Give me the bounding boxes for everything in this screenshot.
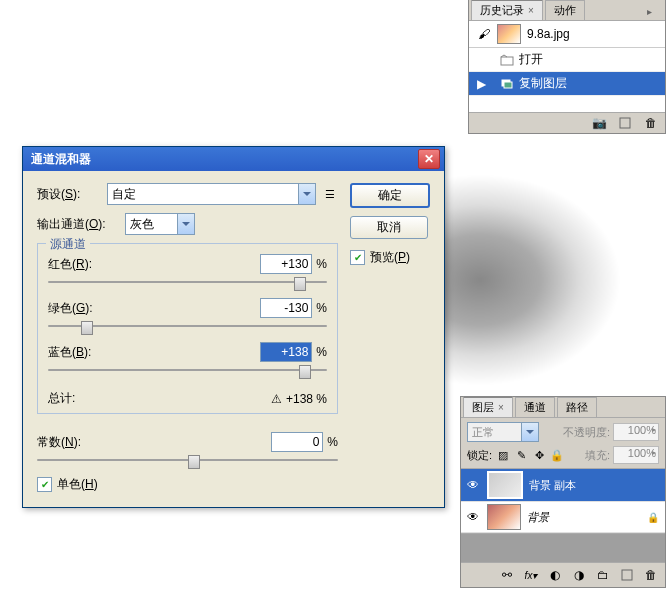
mono-checkbox[interactable]: ✔ xyxy=(37,477,52,492)
channel-mixer-dialog: 通道混和器 ✕ 预设(S): 自定 ☰ 输出通道(O): 灰色 源通道 xyxy=(22,146,445,508)
constant-slider[interactable] xyxy=(37,454,338,468)
history-document[interactable]: 🖌 9.8a.jpg xyxy=(469,21,665,48)
open-icon xyxy=(499,53,515,67)
opacity-input[interactable]: 100% xyxy=(613,423,659,441)
panel-menu-icon[interactable] xyxy=(647,4,661,14)
tab-channels[interactable]: 通道 xyxy=(515,397,555,417)
dialog-titlebar[interactable]: 通道混和器 ✕ xyxy=(23,147,444,171)
play-icon: ▶ xyxy=(477,77,487,91)
lock-label: 锁定: xyxy=(467,448,492,463)
tab-actions[interactable]: 动作 xyxy=(545,0,585,20)
output-combo[interactable]: 灰色 xyxy=(125,213,195,235)
history-panel: 历史记录× 动作 🖌 9.8a.jpg 打开 ▶ 复制图层 📷 🗑 xyxy=(468,0,666,134)
preview-checkbox-row[interactable]: ✔ 预览(P) xyxy=(350,249,430,266)
history-tabs: 历史记录× 动作 xyxy=(469,0,665,21)
constant-input[interactable] xyxy=(271,432,323,452)
opacity-label: 不透明度: xyxy=(563,425,610,440)
blue-slider[interactable] xyxy=(48,364,327,378)
trash-icon[interactable]: 🗑 xyxy=(643,568,659,582)
svg-rect-3 xyxy=(620,118,630,128)
tab-history[interactable]: 历史记录× xyxy=(471,0,543,20)
green-label: 绿色(G): xyxy=(48,300,93,317)
chevron-down-icon xyxy=(298,184,315,204)
lock-transparency-icon[interactable]: ▨ xyxy=(496,448,510,462)
green-slider[interactable] xyxy=(48,320,327,334)
dialog-title: 通道混和器 xyxy=(27,151,418,168)
document-thumb xyxy=(497,24,521,44)
slider-thumb[interactable] xyxy=(299,365,311,379)
lock-icon: 🔒 xyxy=(647,512,661,523)
link-icon[interactable]: ⚯ xyxy=(499,568,515,582)
fieldset-legend: 源通道 xyxy=(46,236,90,253)
close-button[interactable]: ✕ xyxy=(418,149,440,169)
layer-row[interactable]: 👁 背景 🔒 xyxy=(461,502,665,533)
layer-icon xyxy=(499,77,515,91)
layers-panel: 图层× 通道 路径 正常 不透明度: 100% 锁定: ▨ ✎ ✥ 🔒 填充: … xyxy=(460,396,666,588)
history-item-open[interactable]: 打开 xyxy=(469,48,665,72)
mono-label: 单色(H) xyxy=(57,476,98,493)
layer-list: 👁 背景 副本 👁 背景 🔒 xyxy=(461,468,665,533)
total-label: 总计: xyxy=(48,390,75,407)
total-value: ⚠+138 % xyxy=(271,392,327,406)
preset-label: 预设(S): xyxy=(37,186,107,203)
history-item-duplicate[interactable]: ▶ 复制图层 xyxy=(469,72,665,96)
svg-rect-2 xyxy=(504,82,512,88)
blue-label: 蓝色(B): xyxy=(48,344,91,361)
group-icon[interactable]: 🗀 xyxy=(595,568,611,582)
red-input[interactable] xyxy=(260,254,312,274)
svg-rect-4 xyxy=(622,570,632,580)
lock-paint-icon[interactable]: ✎ xyxy=(514,448,528,462)
slider-thumb[interactable] xyxy=(188,455,200,469)
trash-icon[interactable]: 🗑 xyxy=(643,116,659,130)
ok-button[interactable]: 确定 xyxy=(350,183,430,208)
layer-name: 背景 副本 xyxy=(529,478,661,493)
layer-thumb xyxy=(487,471,523,499)
tab-layers[interactable]: 图层× xyxy=(463,396,513,417)
preset-combo[interactable]: 自定 xyxy=(107,183,316,205)
chevron-down-icon xyxy=(177,214,194,234)
history-footer: 📷 🗑 xyxy=(469,112,665,133)
fx-icon[interactable]: fx▾ xyxy=(523,568,539,582)
lock-move-icon[interactable]: ✥ xyxy=(532,448,546,462)
tab-close-icon[interactable]: × xyxy=(498,402,504,413)
blue-input[interactable] xyxy=(260,342,312,362)
layer-thumb xyxy=(487,504,521,530)
preview-label: 预览(P) xyxy=(370,249,410,266)
source-channels-fieldset: 源通道 红色(R): % 绿色(G): % xyxy=(37,243,338,414)
slider-thumb[interactable] xyxy=(81,321,93,335)
visibility-icon[interactable]: 👁 xyxy=(465,510,481,524)
document-name: 9.8a.jpg xyxy=(527,27,570,41)
mask-icon[interactable]: ◐ xyxy=(547,568,563,582)
snapshot-icon[interactable]: 📷 xyxy=(591,116,607,130)
visibility-icon[interactable]: 👁 xyxy=(465,478,481,492)
fill-input[interactable]: 100% xyxy=(613,446,659,464)
warning-icon: ⚠ xyxy=(271,392,282,406)
blend-mode-combo[interactable]: 正常 xyxy=(467,422,539,442)
constant-label: 常数(N): xyxy=(37,434,81,451)
layer-row[interactable]: 👁 背景 副本 xyxy=(461,469,665,502)
red-label: 红色(R): xyxy=(48,256,92,273)
new-state-icon[interactable] xyxy=(617,116,633,130)
layers-tabs: 图层× 通道 路径 xyxy=(461,397,665,418)
adjustment-icon[interactable]: ◑ xyxy=(571,568,587,582)
preview-checkbox[interactable]: ✔ xyxy=(350,250,365,265)
output-label: 输出通道(O): xyxy=(37,216,125,233)
brush-icon: 🖌 xyxy=(475,27,493,41)
mono-checkbox-row[interactable]: ✔ 单色(H) xyxy=(37,476,338,493)
fill-label: 填充: xyxy=(585,448,610,463)
chevron-down-icon xyxy=(521,423,538,441)
lock-all-icon[interactable]: 🔒 xyxy=(550,448,564,462)
new-layer-icon[interactable] xyxy=(619,568,635,582)
preset-menu-icon[interactable]: ☰ xyxy=(322,186,338,202)
cancel-button[interactable]: 取消 xyxy=(350,216,428,239)
svg-rect-0 xyxy=(501,57,513,65)
green-input[interactable] xyxy=(260,298,312,318)
red-slider[interactable] xyxy=(48,276,327,290)
tab-close-icon[interactable]: × xyxy=(528,5,534,16)
layers-footer: ⚯ fx▾ ◐ ◑ 🗀 🗑 xyxy=(461,562,665,587)
layer-name: 背景 xyxy=(527,510,647,525)
tab-paths[interactable]: 路径 xyxy=(557,397,597,417)
slider-thumb[interactable] xyxy=(294,277,306,291)
